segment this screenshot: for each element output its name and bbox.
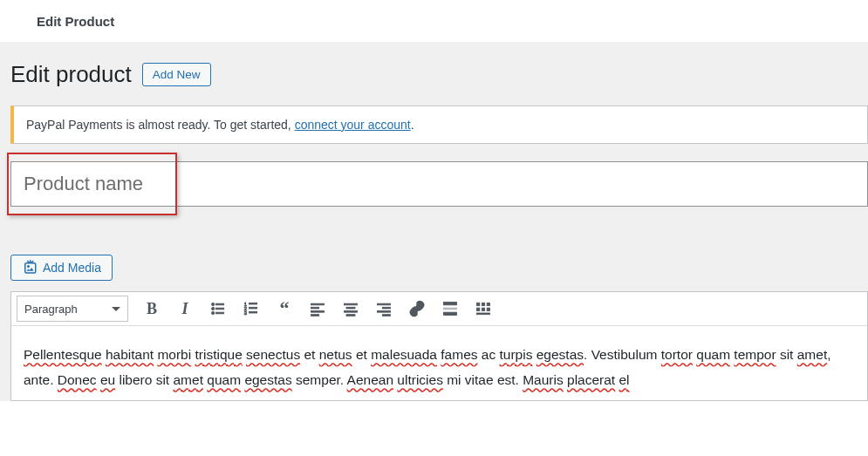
svg-point-1 <box>212 303 215 305</box>
svg-rect-25 <box>444 303 457 305</box>
toolbar-toggle-button[interactable] <box>468 296 498 322</box>
svg-rect-28 <box>477 303 480 305</box>
svg-rect-17 <box>345 303 358 305</box>
italic-button[interactable]: I <box>170 296 200 322</box>
format-select[interactable]: Paragraph <box>17 296 128 322</box>
page-body: Edit product Add New PayPal Payments is … <box>0 42 868 401</box>
svg-rect-29 <box>482 303 484 305</box>
svg-rect-34 <box>477 313 490 315</box>
align-center-icon <box>342 300 359 317</box>
editor-toolbar: Paragraph B I 123 “ <box>11 292 867 326</box>
svg-rect-15 <box>311 311 325 313</box>
blockquote-icon: “ <box>280 305 290 313</box>
svg-rect-19 <box>345 311 358 313</box>
add-media-label: Add Media <box>43 261 101 275</box>
svg-rect-6 <box>216 312 224 314</box>
page-title: Edit product <box>10 61 132 88</box>
numbered-list-icon: 123 <box>243 300 260 317</box>
svg-point-0 <box>27 265 30 268</box>
svg-rect-24 <box>382 315 390 316</box>
svg-rect-2 <box>216 303 224 305</box>
format-select-label: Paragraph <box>24 303 78 316</box>
svg-rect-20 <box>346 315 355 316</box>
svg-point-5 <box>212 311 215 314</box>
svg-rect-12 <box>249 311 257 313</box>
media-icon <box>22 260 38 276</box>
svg-point-3 <box>212 307 215 310</box>
notice-text-before: PayPal Payments is almost ready. To get … <box>26 118 295 132</box>
add-media-button[interactable]: Add Media <box>10 255 113 281</box>
svg-rect-33 <box>487 308 489 310</box>
align-right-icon <box>375 300 393 317</box>
bullet-list-icon <box>209 300 227 317</box>
admin-topbar: Edit Product <box>0 0 868 42</box>
align-left-button[interactable] <box>303 296 332 322</box>
bold-icon: B <box>147 300 157 318</box>
svg-rect-30 <box>487 303 489 305</box>
svg-rect-16 <box>311 315 319 316</box>
svg-rect-22 <box>382 307 390 309</box>
product-title-input[interactable] <box>10 161 868 207</box>
svg-rect-23 <box>378 311 391 313</box>
svg-rect-27 <box>444 312 457 315</box>
blockquote-button[interactable]: “ <box>270 296 299 322</box>
svg-rect-18 <box>346 307 355 309</box>
align-center-button[interactable] <box>336 296 366 322</box>
product-title-wrap <box>10 161 868 207</box>
read-more-button[interactable] <box>435 296 465 322</box>
svg-rect-31 <box>477 308 480 310</box>
svg-rect-26 <box>444 308 457 310</box>
italic-icon: I <box>181 300 188 318</box>
svg-rect-8 <box>249 303 257 304</box>
svg-rect-13 <box>311 303 325 305</box>
editor-content[interactable]: Pellentesque habitant morbi tristique se… <box>11 326 867 400</box>
page-heading-row: Edit product Add New <box>10 52 868 100</box>
svg-rect-21 <box>378 303 391 305</box>
svg-rect-10 <box>249 307 257 309</box>
paypal-notice: PayPal Payments is almost ready. To get … <box>10 105 868 144</box>
notice-text-after: . <box>411 118 414 132</box>
connect-account-link[interactable]: connect your account <box>295 118 411 132</box>
toolbar-toggle-icon <box>475 300 492 317</box>
numbered-list-button[interactable]: 123 <box>236 296 266 322</box>
add-new-button[interactable]: Add New <box>142 63 211 87</box>
editor-box: Paragraph B I 123 “ <box>10 291 868 401</box>
link-button[interactable] <box>402 296 432 322</box>
svg-rect-4 <box>216 308 224 310</box>
svg-rect-32 <box>482 308 484 310</box>
bullet-list-button[interactable] <box>203 296 233 322</box>
svg-text:3: 3 <box>244 310 247 316</box>
svg-rect-14 <box>311 307 319 309</box>
align-right-button[interactable] <box>369 296 399 322</box>
chevron-down-icon <box>112 307 120 311</box>
topbar-title: Edit Product <box>13 14 114 29</box>
bold-button[interactable]: B <box>137 296 167 322</box>
read-more-icon <box>441 300 459 317</box>
align-left-icon <box>309 300 326 317</box>
link-icon <box>408 300 426 317</box>
